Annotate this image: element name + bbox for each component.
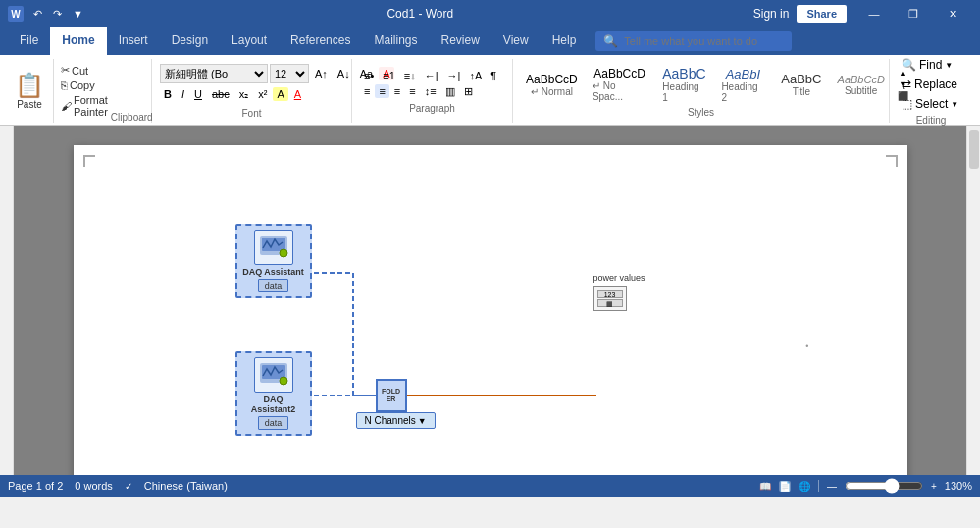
style-subtitle[interactable]: AaBbCcD Subtitle — [832, 72, 890, 98]
copy-button[interactable]: ⎘ Copy — [58, 79, 111, 92]
increase-indent-button[interactable]: →| — [443, 69, 465, 82]
subscript-button[interactable]: x₂ — [235, 87, 253, 102]
tab-mailings[interactable]: Mailings — [362, 27, 429, 55]
search-input[interactable] — [624, 35, 781, 47]
borders-button[interactable]: ⊞ — [460, 84, 477, 99]
restore-button[interactable]: ❐ — [894, 0, 933, 27]
styles-label: Styles — [521, 107, 881, 118]
align-right-button[interactable]: ≡ — [390, 84, 404, 98]
select-dropdown-icon: ▼ — [951, 100, 958, 109]
web-layout-button[interactable]: 🌐 — [799, 481, 810, 492]
text-highlight-button[interactable]: A — [273, 87, 287, 101]
italic-button[interactable]: I — [178, 87, 188, 101]
page-count: Page 1 of 2 — [8, 480, 63, 492]
bullets-button[interactable]: ≡• — [360, 69, 378, 82]
style-title[interactable]: AaBbC Title — [774, 70, 828, 99]
cut-button[interactable]: ✂ Cut — [58, 63, 111, 78]
wire-connections — [113, 185, 868, 475]
font-group: 新細明體 (Bo 12 A↑ A↓ Aa A B I U abc x₂ x² A… — [156, 59, 352, 123]
app-title: Cod1 - Word — [87, 7, 753, 21]
decrease-font-button[interactable]: A↓ — [334, 67, 354, 80]
paste-button[interactable]: 📋 Paste — [12, 70, 47, 112]
share-button[interactable]: Share — [797, 5, 847, 23]
style-heading2[interactable]: AaBbI Heading 2 — [715, 65, 770, 105]
language-indicator[interactable]: Chinese (Taiwan) — [144, 480, 228, 492]
undo-button[interactable]: ↶ — [29, 6, 46, 23]
close-button[interactable]: ✕ — [933, 0, 972, 27]
format-painter-button[interactable]: 🖌 Format Painter — [58, 93, 111, 119]
bold-button[interactable]: B — [160, 87, 176, 101]
shading-button[interactable]: ▥ — [441, 84, 459, 99]
numbering-button[interactable]: ≡1 — [379, 69, 399, 82]
superscript-button[interactable]: x² — [254, 87, 271, 101]
read-mode-button[interactable]: 📖 — [759, 481, 771, 492]
tab-references[interactable]: References — [279, 27, 362, 55]
daq-port-1: data — [258, 279, 289, 292]
cut-icon: ✂ — [61, 64, 70, 77]
style-heading1[interactable]: AaBbC Heading 1 — [656, 64, 711, 105]
vertical-scrollbar[interactable] — [966, 126, 980, 475]
window-controls: — ❐ ✕ — [854, 0, 972, 27]
find-button[interactable]: 🔍 Find ▼ — [898, 56, 962, 74]
font-row2: B I U abc x₂ x² A A — [160, 87, 305, 102]
tab-file[interactable]: File — [8, 27, 50, 55]
n-channels-label: N Channels — [365, 415, 416, 426]
show-formatting-button[interactable]: ¶ — [487, 69, 500, 82]
sort-button[interactable]: ↕A — [465, 69, 486, 82]
align-center-button[interactable]: ≡ — [375, 84, 388, 98]
line-spacing-button[interactable]: ↕≡ — [421, 84, 440, 98]
ribbon: File Home Insert Design Layout Reference… — [0, 27, 980, 55]
daq-block-2[interactable]: DAQ Assistant2 data — [235, 351, 312, 436]
title-bar: W ↶ ↷ ▼ Cod1 - Word Sign in Share — ❐ ✕ — [0, 0, 980, 27]
zoom-in-icon: + — [931, 481, 937, 492]
zoom-slider[interactable] — [845, 478, 923, 494]
page-cursor-mark: • — [805, 342, 808, 351]
document-area: DAQ Assistant data DAQ Assistant2 — [14, 126, 966, 475]
decrease-indent-button[interactable]: ←| — [421, 69, 442, 82]
tab-view[interactable]: View — [491, 27, 541, 55]
tab-review[interactable]: Review — [429, 27, 490, 55]
para-row1: ≡• ≡1 ≡↓ ←| →| ↕A ¶ — [360, 69, 500, 82]
redo-button[interactable]: ↷ — [49, 6, 66, 23]
proofing-button[interactable]: ✓ — [125, 481, 132, 492]
left-margin — [0, 126, 14, 475]
daq-block-1[interactable]: DAQ Assistant data — [235, 224, 312, 298]
style-no-space[interactable]: AaBbCcD ↵ No Spac... — [587, 65, 652, 104]
clipboard-label: Clipboard — [111, 112, 153, 123]
n-channels-button[interactable]: N Channels ▼ — [356, 412, 436, 429]
quick-access-dropdown[interactable]: ▼ — [69, 6, 87, 23]
scroll-thumb[interactable] — [969, 130, 979, 169]
align-left-button[interactable]: ≡ — [360, 84, 374, 98]
multilevel-list-button[interactable]: ≡↓ — [400, 69, 420, 82]
power-values-label: power values — [593, 273, 645, 283]
tab-home[interactable]: Home — [50, 27, 106, 55]
paragraph-group: ≡• ≡1 ≡↓ ←| →| ↕A ¶ ≡ ≡ ≡ ≡ ↕≡ ▥ ⊞ Parag… — [356, 59, 513, 123]
font-color-button[interactable]: A — [290, 87, 305, 101]
minimize-button[interactable]: — — [854, 0, 894, 27]
word-count: 0 words — [75, 480, 113, 492]
sign-in-link[interactable]: Sign in — [753, 7, 790, 21]
increase-font-button[interactable]: A↑ — [311, 67, 332, 80]
daq-icon-2 — [254, 357, 293, 393]
tab-insert[interactable]: Insert — [107, 27, 160, 55]
justify-button[interactable]: ≡ — [405, 84, 419, 98]
strikethrough-button[interactable]: abc — [208, 87, 233, 101]
tab-help[interactable]: Help — [541, 27, 589, 55]
find-icon: 🔍 — [902, 58, 916, 72]
replace-button[interactable]: ⇄ Replace — [898, 76, 962, 93]
underline-button[interactable]: U — [190, 87, 206, 101]
select-button[interactable]: ⬚ Select ▼ — [898, 95, 962, 113]
tab-design[interactable]: Design — [160, 27, 220, 55]
title-bar-right: Sign in Share — ❐ ✕ — [753, 0, 972, 27]
svg-point-2 — [280, 249, 287, 257]
status-right: 📖 📄 🌐 — + 130% — [759, 478, 972, 494]
style-normal[interactable]: AaBbCcD ↵ Normal — [521, 71, 583, 99]
font-size-select[interactable]: 12 — [270, 64, 309, 83]
font-family-select[interactable]: 新細明體 (Bo — [160, 64, 268, 83]
para-row2: ≡ ≡ ≡ ≡ ↕≡ ▥ ⊞ — [360, 84, 477, 99]
word-icon: W — [8, 6, 24, 22]
tab-layout[interactable]: Layout — [220, 27, 279, 55]
print-layout-button[interactable]: 📄 — [779, 481, 791, 492]
replace-icon: ⇄ — [902, 78, 911, 91]
daq-title-2: DAQ Assistant2 — [241, 395, 306, 414]
